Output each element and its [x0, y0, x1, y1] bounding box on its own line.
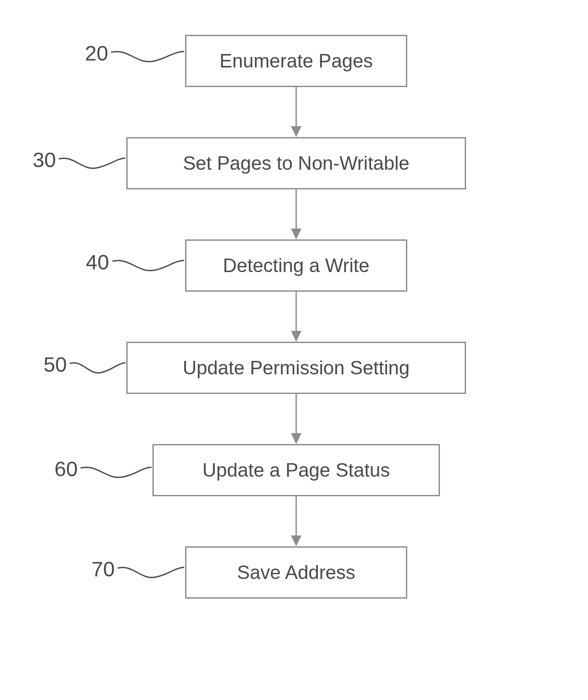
arrow-20-30 — [287, 87, 305, 137]
leader-70 — [118, 566, 185, 588]
arrow-50-60 — [287, 394, 305, 444]
step-label-60: Update a Page Status — [203, 459, 390, 481]
ref-label-40: 40 — [86, 250, 109, 274]
svg-marker-7 — [291, 433, 301, 444]
step-label-20: Enumerate Pages — [220, 50, 373, 72]
step-label-70: Save Address — [237, 562, 355, 583]
step-box-70: Save Address — [185, 546, 407, 599]
arrow-40-50 — [287, 292, 305, 342]
step-label-30: Set Pages to Non-Writable — [183, 152, 409, 174]
ref-label-50: 50 — [44, 353, 67, 377]
ref-label-30: 30 — [33, 148, 56, 172]
flowchart-container: Enumerate Pages 20 Set Pages to Non-Writ… — [0, 0, 588, 700]
step-label-40: Detecting a Write — [223, 255, 370, 276]
svg-marker-1 — [291, 126, 301, 137]
svg-marker-5 — [291, 331, 301, 342]
leader-60 — [81, 466, 152, 488]
ref-label-70: 70 — [91, 557, 115, 581]
leader-50 — [70, 361, 126, 383]
step-box-20: Enumerate Pages — [185, 35, 407, 87]
step-box-50: Update Permission Setting — [126, 342, 466, 394]
arrow-30-40 — [287, 189, 305, 239]
arrow-60-70 — [287, 496, 305, 546]
step-box-30: Set Pages to Non-Writable — [126, 137, 466, 189]
ref-label-20: 20 — [85, 41, 108, 65]
ref-label-60: 60 — [54, 457, 78, 481]
step-label-50: Update Permission Setting — [183, 357, 410, 379]
svg-marker-3 — [291, 229, 301, 239]
step-box-60: Update a Page Status — [152, 444, 440, 496]
leader-20 — [111, 50, 185, 72]
leader-40 — [112, 259, 185, 281]
svg-marker-9 — [291, 535, 301, 546]
leader-30 — [59, 157, 126, 178]
step-box-40: Detecting a Write — [185, 239, 407, 292]
